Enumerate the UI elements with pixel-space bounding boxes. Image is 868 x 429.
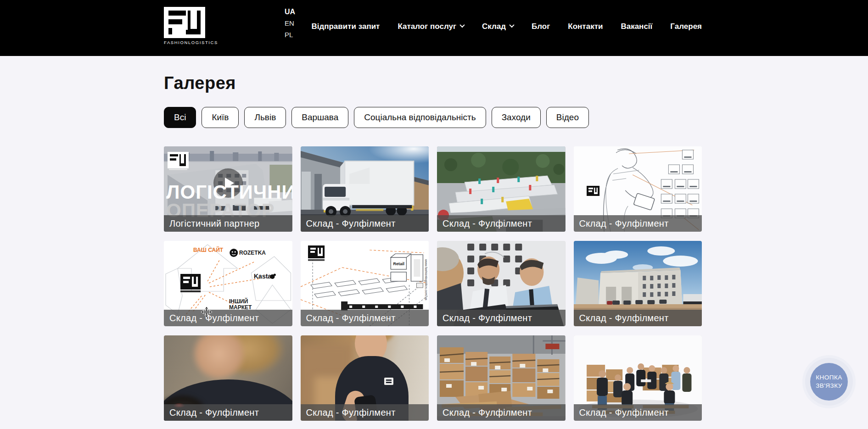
diagram-label-retail: Retail: [393, 262, 405, 267]
gallery-item-caption: Склад - Фулфілмент: [164, 404, 292, 421]
gallery-item-truck[interactable]: Склад - Фулфілмент: [301, 146, 429, 232]
filter-social-responsibility[interactable]: Соціальна відповідальність: [354, 107, 486, 128]
gallery-item-caption: Склад - Фулфілмент: [437, 215, 566, 232]
nav-send-request[interactable]: Відправити запит: [311, 22, 380, 31]
fl-logo-watermark-icon: [168, 152, 189, 172]
gallery-item-video-logistics-partner[interactable]: ЛОГІСТИЧНИЙ ОПЕРАТОР Логістичний партнер: [164, 146, 292, 232]
nav-contacts[interactable]: Контакти: [568, 22, 603, 31]
filter-lviv[interactable]: Львів: [244, 107, 286, 128]
gallery-item-caption: Склад - Фулфілмент: [437, 404, 566, 421]
gallery-item-team-meeting[interactable]: Склад - Фулфілмент: [437, 241, 566, 326]
fl-logo-patch-icon: [384, 378, 393, 385]
lang-pl[interactable]: PL: [285, 31, 295, 39]
gallery-item-caption: Склад - Фулфілмент: [301, 404, 429, 421]
brand-logo[interactable]: FASHIONLOGISTICS: [164, 7, 206, 45]
fl-logo-icon: [164, 7, 205, 38]
diagram-label-your-site: ВАШ САЙТ: [193, 247, 223, 253]
gallery-item-caption: Склад - Фулфілмент: [301, 310, 429, 326]
top-navigation-bar: FASHIONLOGISTICS UA EN PL Відправити зап…: [0, 0, 868, 56]
gallery-item-caption: Склад - Фулфілмент: [301, 215, 429, 232]
nav-warehouse[interactable]: Склад: [482, 22, 514, 31]
gallery-item-team-photo[interactable]: Склад - Фулфілмент: [574, 335, 702, 421]
contact-button-halo: КНОПКА ЗВ'ЯЗКУ: [805, 358, 853, 406]
gallery-item-caption: Склад - Фулфілмент: [574, 404, 702, 421]
gallery-item-warehouse-building[interactable]: Склад - Фулфілмент: [574, 241, 702, 326]
nav-blog[interactable]: Блог: [532, 22, 550, 31]
gallery-item-worker-scanning[interactable]: Склад - Фулфілмент: [164, 335, 292, 421]
filter-video[interactable]: Відео: [546, 107, 589, 128]
diagram-label-site-url: www.fashionlogistics.com.ua: [424, 259, 428, 300]
video-title-overlay: ЛОГІСТИЧНИЙ ОПЕРАТОР: [166, 183, 292, 220]
filter-kyiv[interactable]: Київ: [202, 107, 239, 128]
language-switcher: UA EN PL: [285, 7, 295, 39]
gallery-grid: ЛОГІСТИЧНИЙ ОПЕРАТОР Логістичний партнер: [164, 146, 702, 429]
chevron-down-icon: [459, 22, 465, 28]
diagram-label-kasta: Kasta: [254, 273, 271, 280]
gallery-item-boxes-pallets[interactable]: Склад - Фулфілмент: [437, 335, 566, 421]
diagram-label-other-market: ІНШИЙ МАРКЕТ: [229, 299, 261, 311]
contact-button[interactable]: КНОПКА ЗВ'ЯЗКУ: [810, 363, 848, 401]
gallery-item-caption: Склад - Фулфілмент: [574, 310, 702, 326]
brand-name: FASHIONLOGISTICS: [164, 40, 206, 45]
page-title: Галерея: [164, 73, 702, 93]
lang-ua[interactable]: UA: [285, 7, 295, 16]
gallery-item-warehouse-scheme[interactable]: Retail www.fashionlogistics.com.ua Склад…: [301, 241, 429, 326]
filter-warsaw[interactable]: Варшава: [291, 107, 348, 128]
nav-gallery[interactable]: Галерея: [670, 22, 702, 31]
gallery-item-marketplaces-diagram[interactable]: ВАШ САЙТ ROZETKA Kasta ІНШИЙ МАРКЕТ Скла…: [164, 241, 292, 326]
gallery-page: Галерея Всі Київ Львів Варшава Соціальна…: [164, 73, 702, 429]
gallery-item-caption: Склад - Фулфілмент: [164, 310, 292, 326]
lang-en[interactable]: EN: [285, 19, 295, 28]
gallery-item-caption: Склад - Фулфілмент: [574, 215, 702, 232]
filter-events[interactable]: Заходи: [492, 107, 541, 128]
gallery-item-worker-with-boxes[interactable]: Склад - Фулфілмент: [301, 335, 429, 421]
nav-vacancies[interactable]: Вакансії: [621, 22, 652, 31]
nav-services-catalog[interactable]: Каталог послуг: [398, 22, 464, 31]
filter-all[interactable]: Всі: [164, 107, 196, 128]
gallery-item-sketch-worker[interactable]: Склад - Фулфілмент: [574, 146, 702, 232]
move-cursor-icon: [201, 306, 213, 318]
gallery-item-caption: Логістичний партнер: [164, 215, 292, 232]
gallery-filters: Всі Київ Львів Варшава Соціальна відпові…: [164, 107, 702, 128]
gallery-item-caption: Склад - Фулфілмент: [437, 310, 566, 326]
diagram-label-rozetka: ROZETKA: [239, 250, 266, 256]
main-nav: Відправити запит Каталог послуг Склад Бл…: [311, 22, 702, 31]
gallery-item-aerial-park[interactable]: Склад - Фулфілмент: [437, 146, 566, 232]
chevron-down-icon: [509, 22, 514, 28]
